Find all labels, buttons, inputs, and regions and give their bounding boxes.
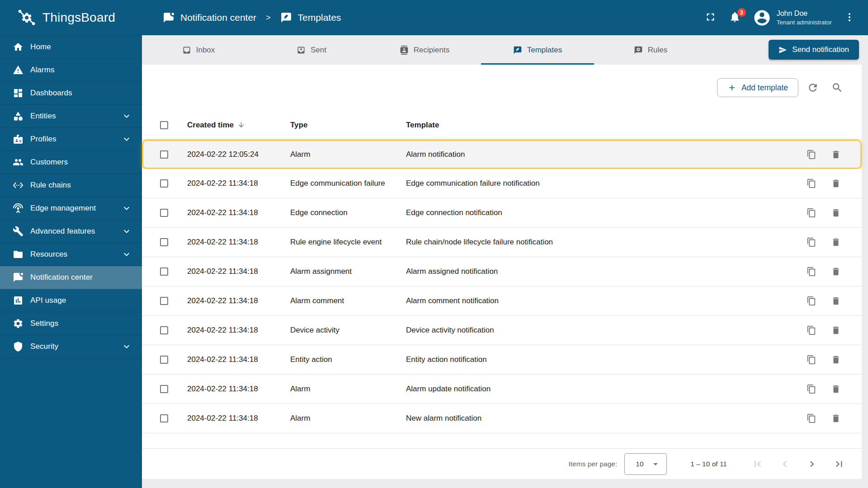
sidebar-item-label: Home <box>30 42 51 52</box>
sidebar-item-advanced-features[interactable]: Advanced features <box>0 220 142 243</box>
delete-button[interactable] <box>828 264 844 279</box>
templates-icon <box>513 46 522 55</box>
sidebar-item-alarms[interactable]: Alarms <box>0 59 142 82</box>
sidebar-item-resources[interactable]: Resources <box>0 243 142 266</box>
tab-label: Templates <box>527 46 562 55</box>
copy-button[interactable] <box>804 147 819 162</box>
copy-button[interactable] <box>804 381 819 397</box>
paginator-nav <box>744 453 853 475</box>
next-page-button[interactable] <box>798 453 826 475</box>
sidebar-item-dashboards[interactable]: Dashboards <box>0 82 142 105</box>
table-row[interactable]: 2024-02-22 11:34:18 Entity action Entity… <box>142 345 862 375</box>
delete-button[interactable] <box>828 147 844 162</box>
row-checkbox[interactable] <box>160 150 168 159</box>
add-template-button[interactable]: Add template <box>717 78 798 97</box>
tab-rules[interactable]: Rules <box>594 35 707 65</box>
copy-button[interactable] <box>804 235 819 250</box>
rules-icon <box>634 46 643 55</box>
tab-recipients[interactable]: Recipients <box>368 35 481 65</box>
sidebar-item-profiles[interactable]: Profiles <box>0 128 142 151</box>
table-row[interactable]: 2024-02-22 11:34:18 Alarm assignment Ala… <box>142 257 862 286</box>
cell-created-time: 2024-02-22 12:05:24 <box>187 150 290 159</box>
tab-templates[interactable]: Templates <box>481 35 594 65</box>
tab-label: Recipients <box>414 46 449 55</box>
items-per-page-select[interactable]: 10 <box>624 453 667 475</box>
column-header-type[interactable]: Type <box>290 121 406 130</box>
copy-button[interactable] <box>804 411 819 426</box>
sidebar-item-label: Dashboards <box>30 89 72 98</box>
sidebar-item-label: Alarms <box>30 66 55 75</box>
notification-center-icon <box>13 272 24 283</box>
select-all-checkbox[interactable] <box>160 121 168 129</box>
first-page-button <box>744 453 771 475</box>
table-row[interactable]: 2024-02-22 11:34:18 Rule engine lifecycl… <box>142 228 862 257</box>
delete-button[interactable] <box>828 235 844 250</box>
search-button[interactable] <box>827 78 847 98</box>
last-page-button[interactable] <box>826 453 853 475</box>
row-checkbox[interactable] <box>160 209 168 217</box>
sidebar-item-label: Profiles <box>30 135 57 144</box>
column-header-created-time[interactable]: Created time <box>187 121 290 130</box>
delete-button[interactable] <box>828 205 844 221</box>
sidebar-item-label: Rule chains <box>30 181 71 190</box>
tab-inbox[interactable]: Inbox <box>142 35 255 65</box>
sidebar-item-label: Resources <box>30 250 67 259</box>
delete-button[interactable] <box>828 411 844 426</box>
templates-table: Created time Type Template 2024-02-22 12… <box>142 111 862 433</box>
table-row[interactable]: 2024-02-22 11:34:18 Edge connection Edge… <box>142 198 862 228</box>
delete-button[interactable] <box>828 293 844 309</box>
row-checkbox[interactable] <box>160 238 168 246</box>
copy-button[interactable] <box>804 293 819 309</box>
row-checkbox[interactable] <box>160 414 168 422</box>
delete-icon <box>831 267 841 277</box>
notifications-button[interactable]: 3 <box>728 11 742 24</box>
row-checkbox[interactable] <box>160 297 168 305</box>
cell-template: Alarm comment notification <box>406 296 785 305</box>
sidebar-item-rule-chains[interactable]: Rule chains <box>0 174 142 197</box>
delete-button[interactable] <box>828 352 844 367</box>
copy-button[interactable] <box>804 352 819 367</box>
home-icon <box>13 42 24 52</box>
copy-button[interactable] <box>804 205 819 221</box>
row-checkbox[interactable] <box>160 267 168 276</box>
table-row[interactable]: 2024-02-22 12:05:24 Alarm Alarm notifica… <box>142 140 862 169</box>
delete-button[interactable] <box>828 381 844 397</box>
table-toolbar: Add template <box>142 65 862 111</box>
table-row[interactable]: 2024-02-22 11:34:18 Alarm New alarm noti… <box>142 404 862 433</box>
copy-icon <box>807 413 816 423</box>
row-checkbox[interactable] <box>160 385 168 393</box>
table-row[interactable]: 2024-02-22 11:34:18 Device activity Devi… <box>142 316 862 345</box>
row-checkbox[interactable] <box>160 326 168 334</box>
copy-button[interactable] <box>804 264 819 279</box>
sidebar-item-home[interactable]: Home <box>0 36 142 59</box>
cell-created-time: 2024-02-22 11:34:18 <box>187 414 290 423</box>
row-checkbox[interactable] <box>160 179 168 188</box>
table-row[interactable]: 2024-02-22 11:34:18 Alarm Alarm update n… <box>142 375 862 404</box>
copy-button[interactable] <box>804 176 819 191</box>
table-row[interactable]: 2024-02-22 11:34:18 Edge communication f… <box>142 169 862 198</box>
tab-sent[interactable]: Sent <box>255 35 368 65</box>
table-row[interactable]: 2024-02-22 11:34:18 Alarm comment Alarm … <box>142 286 862 316</box>
fullscreen-button[interactable] <box>704 11 717 24</box>
copy-button[interactable] <box>804 323 819 338</box>
more-menu-button[interactable] <box>843 11 856 24</box>
delete-button[interactable] <box>828 323 844 338</box>
send-notification-button[interactable]: Send notification <box>769 40 859 60</box>
column-header-template[interactable]: Template <box>406 121 785 130</box>
sidebar-item-security[interactable]: Security <box>0 335 142 358</box>
dashboards-icon <box>13 88 24 99</box>
cell-type: Alarm assignment <box>290 267 406 276</box>
sidebar-item-settings[interactable]: Settings <box>0 312 142 335</box>
sidebar-item-edge-management[interactable]: Edge management <box>0 197 142 220</box>
delete-button[interactable] <box>828 176 844 191</box>
refresh-button[interactable] <box>803 78 823 98</box>
dropdown-arrow-icon <box>650 459 661 469</box>
app-logo[interactable]: ThingsBoard <box>0 8 142 27</box>
sidebar-item-entities[interactable]: Entities <box>0 105 142 128</box>
sidebar-item-api-usage[interactable]: API usage <box>0 289 142 312</box>
sidebar-item-notification-center[interactable]: Notification center <box>0 266 142 289</box>
row-checkbox[interactable] <box>160 356 168 364</box>
sidebar-item-customers[interactable]: Customers <box>0 151 142 174</box>
breadcrumb-item-notification-center[interactable]: Notification center <box>180 12 256 23</box>
user-menu[interactable]: John Doe Tenant administrator <box>753 9 832 27</box>
